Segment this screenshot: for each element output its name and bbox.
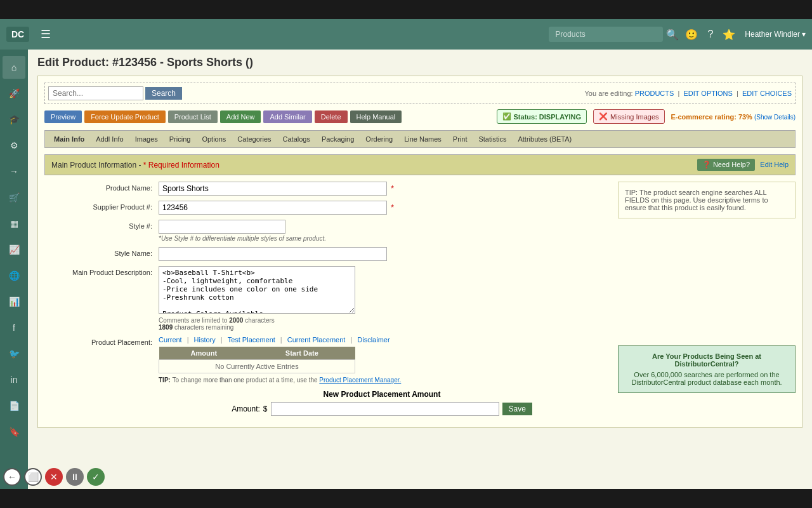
action-buttons-row: Preview Force Update Product Product Lis… [44, 109, 796, 124]
tab-addl-info[interactable]: Addl Info [91, 133, 128, 145]
top-search-input[interactable] [549, 27, 663, 42]
force-update-button[interactable]: Force Update Product [84, 110, 166, 123]
header: DC ☰ 🔍 🙂 ? ⭐ Heather Windler ▾ [0, 19, 812, 50]
no-entries: No Currently Active Entries [159, 360, 355, 373]
status-area: ✅ Status: DISPLAYING ❌ Missing Images E-… [497, 109, 796, 124]
tab-images[interactable]: Images [130, 133, 163, 145]
sidebar-item-bar-chart[interactable]: 📊 [3, 290, 25, 313]
form-body: Product Name: * Supplier Product #: * [44, 182, 796, 421]
emoji-icon[interactable]: 🙂 [685, 29, 698, 41]
delete-button[interactable]: Delete [315, 110, 348, 123]
sidebar-item-grad[interactable]: 🎓 [3, 108, 25, 131]
new-placement: New Product Placement Amount Amount: $ S… [159, 390, 605, 416]
add-similar-button[interactable]: Add Similar [263, 110, 311, 123]
menu-toggle[interactable]: ☰ [36, 25, 56, 44]
sidebar-item-arrow[interactable]: → [3, 160, 25, 183]
tab-main-info[interactable]: Main Info [49, 133, 89, 145]
dollar-sign: $ [263, 404, 268, 413]
sidebar-item-cart[interactable]: 🛒 [3, 186, 25, 209]
style-name-row: Style Name: [44, 247, 605, 261]
product-name-field: * [159, 182, 605, 196]
edit-help-link[interactable]: Edit Help [760, 161, 789, 168]
tab-catalogs[interactable]: Catalogs [278, 133, 315, 145]
content-area: Search You are editing: PRODUCTS | EDIT … [37, 76, 802, 428]
product-name-input[interactable] [159, 182, 387, 196]
confirm-icon[interactable]: ✓ [87, 468, 105, 486]
need-help-button[interactable]: ❓ Need Help? [697, 159, 755, 171]
amount-input[interactable] [271, 402, 499, 416]
supplier-product-input[interactable] [159, 201, 387, 215]
supplier-product-field: * [159, 201, 605, 215]
pause-icon[interactable]: ⏸ [66, 468, 84, 486]
start-date-header: Start Date [249, 347, 355, 360]
tab-categories[interactable]: Categories [232, 133, 276, 145]
help-manual-button[interactable]: Help Manual [350, 110, 402, 123]
bottom-bar [0, 489, 812, 508]
test-placement-link[interactable]: Test Placement [228, 336, 275, 344]
product-list-button[interactable]: Product List [168, 110, 218, 123]
sidebar-item-rocket[interactable]: 🚀 [3, 82, 25, 105]
style-name-input[interactable] [159, 247, 387, 261]
sidebar-item-facebook[interactable]: f [3, 316, 25, 339]
layout: ⌂ 🚀 🎓 ⚙ → 🛒 ▦ 📈 🌐 📊 f 🐦 in 📄 🔖 Hide Menu… [0, 50, 812, 508]
tab-attributes[interactable]: Attributes (BETA) [513, 133, 577, 145]
description-row: Main Product Description: <b>Baseball T-… [44, 266, 605, 331]
style-note: *Use Style # to differentiate multiple s… [159, 235, 605, 242]
disclaimer-link[interactable]: Disclaimer [357, 336, 390, 344]
products-link[interactable]: PRODUCTS [635, 90, 674, 97]
add-new-button[interactable]: Add New [220, 110, 261, 123]
page-title: Edit Product: #123456 - Sports Shorts () [37, 56, 802, 69]
save-placement-button[interactable]: Save [502, 403, 532, 415]
sidebar-item-gear[interactable]: ⚙ [3, 134, 25, 157]
promo-title: Are Your Products Being Seen at Distribu… [625, 352, 789, 368]
check-icon: ✅ [502, 112, 511, 121]
tab-line-names[interactable]: Line Names [399, 133, 447, 145]
back-icon[interactable]: ← [3, 468, 21, 486]
sidebar-item-bookmark[interactable]: 🔖 [3, 420, 25, 443]
tab-print[interactable]: Print [448, 133, 473, 145]
style-input[interactable] [159, 220, 285, 234]
amount-header: Amount [159, 347, 249, 360]
description-textarea[interactable]: <b>Baseball T-Shirt<b> -Cool, lightweigh… [159, 266, 355, 314]
sidebar-item-home[interactable]: ⌂ [3, 56, 25, 79]
placement-table: Amount Start Date No Currently Active En… [159, 347, 355, 373]
window-icon[interactable]: ⬜ [24, 468, 42, 486]
current-link[interactable]: Current [159, 336, 182, 344]
ecommerce-rating: E-commerce rating: 73% (Show Details) [671, 113, 796, 121]
description-label: Main Product Description: [44, 266, 159, 276]
amount-label: Amount: [232, 404, 260, 413]
tab-ordering[interactable]: Ordering [360, 133, 398, 145]
placement-manager-link[interactable]: Product Placement Manager. [319, 377, 401, 384]
status-missing-images[interactable]: ❌ Missing Images [593, 109, 664, 124]
search-input[interactable] [48, 86, 143, 100]
amount-row: Amount: $ Save [159, 402, 605, 416]
star-icon[interactable]: ⭐ [723, 29, 735, 41]
help-icon[interactable]: ? [707, 29, 713, 40]
sidebar-item-chart[interactable]: 📈 [3, 238, 25, 261]
edit-options-link[interactable]: EDIT OPTIONS [683, 90, 732, 97]
search-icon[interactable]: 🔍 [666, 29, 679, 41]
section-title: Main Product Information - * Required In… [51, 161, 219, 170]
sidebar-item-layer[interactable]: 📄 [3, 394, 25, 417]
sidebar-item-linkedin[interactable]: in [3, 368, 25, 391]
current-placement-link[interactable]: Current Placement [287, 336, 346, 344]
show-details-link[interactable]: (Show Details) [754, 114, 796, 121]
tab-options[interactable]: Options [197, 133, 231, 145]
sidebar-item-twitter[interactable]: 🐦 [3, 342, 25, 365]
tab-packaging[interactable]: Packaging [317, 133, 359, 145]
history-link[interactable]: History [194, 336, 216, 344]
sidebar-item-grid[interactable]: ▦ [3, 212, 25, 235]
sidebar-item-globe[interactable]: 🌐 [3, 264, 25, 287]
new-placement-title: New Product Placement Amount [159, 390, 605, 399]
edit-choices-link[interactable]: EDIT CHOICES [742, 90, 792, 97]
bottom-actions: ← ⬜ ✕ ⏸ ✓ [3, 468, 105, 486]
search-button[interactable]: Search [145, 87, 182, 100]
tab-pricing[interactable]: Pricing [164, 133, 196, 145]
style-name-field [159, 247, 605, 261]
sidebar: ⌂ 🚀 🎓 ⚙ → 🛒 ▦ 📈 🌐 📊 f 🐦 in 📄 🔖 Hide Menu [0, 50, 28, 508]
preview-button[interactable]: Preview [44, 110, 82, 123]
close-icon[interactable]: ✕ [45, 468, 63, 486]
supplier-product-row: Supplier Product #: * [44, 201, 605, 215]
user-menu[interactable]: Heather Windler ▾ [745, 30, 806, 39]
tab-statistics[interactable]: Statistics [473, 133, 511, 145]
